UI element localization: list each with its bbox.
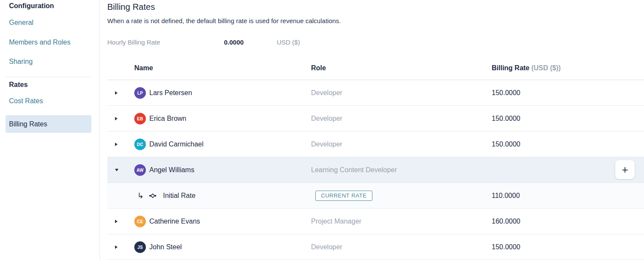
page-description: When a rate is not defined, the default … [107, 17, 644, 24]
billing-rates-settings-page: Configuration General Members and Roles … [0, 0, 644, 260]
column-header-role: Role [311, 64, 326, 72]
expand-caret-icon[interactable] [115, 117, 118, 120]
table-row-expanded: AW Angel Williams Learning Content Devel… [107, 157, 644, 183]
avatar: LP [134, 87, 146, 99]
billing-rate-value[interactable]: 160.0000 [492, 218, 520, 225]
billing-rate-value[interactable]: 150.0000 [492, 140, 520, 148]
sidebar-item-sharing[interactable]: Sharing [9, 58, 33, 66]
sidebar-item-billing-rates[interactable]: Billing Rates [6, 115, 91, 133]
avatar-initials: JS [137, 245, 143, 249]
member-name: John Steel [149, 243, 182, 251]
sidebar-item-members-and-roles[interactable]: Members and Roles [9, 39, 70, 46]
avatar-initials: CE [137, 219, 143, 224]
billing-rates-table: Name Role Billing Rate (USD ($)) LP Lars… [107, 63, 644, 260]
column-header-billing-rate-label: Billing Rate [492, 64, 529, 72]
member-role[interactable]: Developer [311, 115, 342, 123]
table-row: DC David Carmichael Developer 150.0000 [107, 131, 644, 157]
avatar-initials: DC [137, 142, 143, 146]
rate-period-subrow: ↳ Initial Rate CURRENT RATE 110.0000 [107, 183, 644, 209]
sidebar-item-general[interactable]: General [9, 19, 33, 27]
sidebar-section-configuration: Configuration [9, 2, 54, 10]
collapse-caret-icon[interactable] [115, 169, 118, 171]
settings-sidebar: Configuration General Members and Roles … [0, 0, 100, 260]
member-role[interactable]: Developer [311, 89, 342, 97]
page-title: Billing Rates [107, 0, 644, 12]
table-header: Name Role Billing Rate (USD ($)) [107, 63, 644, 80]
avatar: EB [134, 113, 146, 124]
expand-caret-icon[interactable] [115, 91, 118, 95]
current-rate-badge: CURRENT RATE [315, 191, 372, 201]
member-name: Lars Petersen [149, 89, 192, 97]
member-name: Angel Williams [149, 166, 194, 174]
currency-label: USD ($) [277, 39, 300, 46]
avatar-initials: EB [137, 116, 143, 121]
billing-rate-value[interactable]: 150.0000 [492, 243, 520, 251]
billing-rate-value[interactable]: 110.0000 [492, 192, 520, 200]
member-name: Catherine Evans [149, 218, 200, 225]
avatar: CE [134, 215, 146, 227]
billing-rate-value[interactable]: 150.0000 [492, 115, 520, 123]
billing-rate-value[interactable]: 150.0000 [492, 89, 520, 97]
avatar: AW [134, 164, 146, 176]
sidebar-item-cost-rates[interactable]: Cost Rates [9, 97, 43, 105]
column-header-billing-rate: Billing Rate (USD ($)) [492, 64, 561, 72]
expand-caret-icon[interactable] [115, 143, 118, 146]
column-header-name: Name [134, 64, 153, 72]
expand-caret-icon[interactable] [115, 220, 118, 223]
member-role[interactable]: Developer [311, 140, 342, 148]
member-name: Erica Brown [149, 115, 186, 123]
hourly-billing-rate-label: Hourly Billing Rate [107, 39, 160, 46]
sidebar-section-rates: Rates [9, 81, 28, 89]
table-row: JS John Steel Developer 150.0000 [107, 234, 644, 260]
main-content: Billing Rates When a rate is not defined… [107, 0, 644, 260]
default-rate-row: Hourly Billing Rate 0.0000 USD ($) [107, 39, 644, 47]
rate-period-label: Initial Rate [163, 192, 196, 200]
table-row: CE Catherine Evans Project Manager 160.0… [107, 209, 644, 234]
avatar-initials: AW [136, 167, 144, 172]
add-rate-button[interactable]: + [615, 160, 635, 179]
member-name: David Carmichael [149, 140, 203, 148]
table-row: EB Erica Brown Developer 150.0000 [107, 106, 644, 131]
hourly-billing-rate-value[interactable]: 0.0000 [224, 39, 244, 46]
avatar: JS [134, 241, 146, 253]
expand-caret-icon[interactable] [115, 245, 118, 249]
subitem-arrow-icon: ↳ [137, 191, 144, 200]
sidebar-divider [6, 77, 91, 77]
avatar-initials: LP [137, 90, 143, 95]
avatar: DC [134, 138, 146, 150]
table-row: LP Lars Petersen Developer 150.0000 [107, 80, 644, 106]
member-role[interactable]: Project Manager [311, 218, 361, 225]
column-header-rate-unit: (USD ($)) [531, 64, 560, 72]
member-role[interactable]: Learning Content Developer [311, 166, 397, 174]
member-role[interactable]: Developer [311, 243, 342, 251]
rate-period-icon [148, 191, 157, 200]
